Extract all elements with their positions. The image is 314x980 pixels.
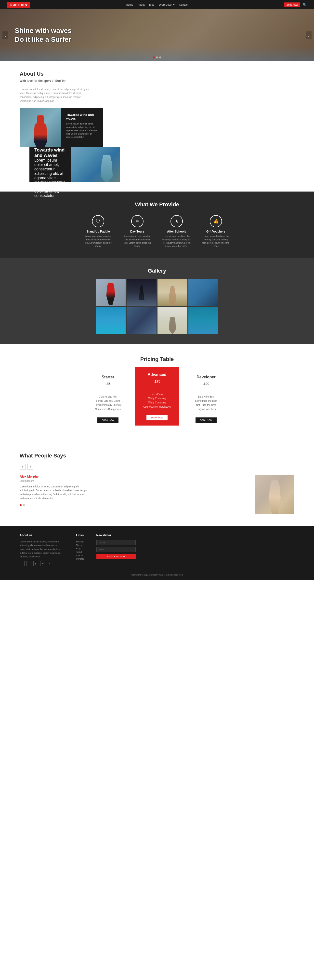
provide-item-2: ★ After Schools Lorem ipsum has been the… [162, 215, 191, 248]
thumbs-up-icon: 👍 [213, 218, 219, 224]
provide-icon-1: ✏ [131, 215, 144, 228]
footer-social-links: f t g in yt [20, 561, 64, 566]
provide-desc-0: Lorem ipsum has been the industry standa… [83, 235, 113, 248]
gallery-cell-2[interactable] [127, 279, 157, 306]
feature-s-3: Sometimes Disappears [91, 407, 125, 411]
hero-next-arrow[interactable]: › [306, 32, 312, 39]
navbar: SURF INN Home About Blog Drop Down ▾ Con… [0, 0, 314, 10]
provide-desc-3: Lorem ipsum has been the industry standa… [201, 235, 231, 248]
gallery-cell-8[interactable] [189, 307, 218, 334]
provide-name-0: Stand Up Paddle [83, 230, 113, 233]
search-icon[interactable]: 🔍 [303, 3, 307, 6]
testimonial-prev-button[interactable]: ‹ [20, 464, 25, 470]
pricing-section: Pricing Table Starter .35 Colorful and F… [0, 344, 314, 440]
about-card-desc-1: Lorem ipsum dolor sit amet, consectetur … [66, 122, 98, 139]
provide-desc-2: Lorem ipsum has been the industry standa… [162, 235, 191, 248]
testimonial-next-button[interactable]: › [27, 464, 33, 470]
testimonial-dot-2[interactable] [23, 504, 25, 506]
footer-link-themes[interactable]: Themes [76, 543, 84, 547]
provide-section: What We Provide 🛡 Stand Up Paddle Lorem … [0, 191, 314, 258]
plan-price-developer: .190 [189, 382, 223, 391]
feature-a-2: Mildly Confusing [140, 401, 174, 405]
feature-a-0: Feels Great [140, 392, 174, 396]
shop-now-button[interactable]: Shop Now [284, 2, 300, 7]
about-top-cards: Towards wind and waves Lorem ipsum dolor… [20, 108, 120, 147]
footer-link-events[interactable]: Events [76, 554, 84, 557]
testimonial-quote: Lorem ipsum dolor sit amet, consectetur … [20, 485, 88, 500]
wave-decoration [0, 46, 314, 61]
footer-about-text: Lorem ipsum dolor sit amet, consectetur … [20, 540, 64, 558]
gallery-title: Gallery [20, 268, 294, 274]
plan-features-developer: Barely the Best Sometimes the Best Not Q… [189, 395, 223, 411]
pricing-cards-container: Starter .35 Colorful and Fun Barely Lets… [20, 370, 294, 428]
nav-dropdown[interactable]: Drop Down ▾ [159, 3, 174, 6]
plan-price-advanced: .175 [140, 379, 174, 388]
footer-links-list: Hosting Themes Blog About Events Contact [76, 540, 84, 561]
footer-name-input[interactable] [97, 540, 136, 546]
footer-link-blog[interactable]: Blog [76, 547, 84, 550]
feature-d-3: Truly a Good Item [189, 407, 223, 411]
hero-dot-3[interactable] [159, 56, 161, 59]
hero-dot-2[interactable] [156, 56, 158, 59]
social-linkedin[interactable]: in [40, 561, 45, 566]
footer-link-hosting[interactable]: Hosting [76, 540, 84, 543]
footer-links-title: Links [76, 534, 84, 537]
gallery-cell-1[interactable] [96, 279, 125, 306]
pricing-card-advanced: Advanced .175 Feels Great Mildly Confusi… [135, 368, 179, 426]
testimonial-content: Alex Merphy Lorem Ipsum Lorem ipsum dolo… [20, 475, 294, 514]
provide-item-0: 🛡 Stand Up Paddle Lorem ipsum has been t… [83, 215, 113, 248]
footer-email-input[interactable] [97, 547, 136, 552]
provide-icon-3: 👍 [210, 215, 222, 228]
hero-content: Shine with waves Do it like a Surfer [0, 26, 86, 44]
nav-home[interactable]: Home [126, 3, 133, 6]
nav-contact[interactable]: Contact [179, 3, 189, 6]
hero-section: ‹ Shine with waves Do it like a Surfer › [0, 10, 314, 61]
social-facebook[interactable]: f [20, 561, 25, 566]
footer-link-about[interactable]: About [76, 550, 84, 554]
footer-bottom: Copyright © 2011 Company name All rights… [20, 571, 294, 576]
provide-icon-0: 🛡 [92, 215, 104, 228]
social-twitter[interactable]: t [27, 561, 32, 566]
social-google[interactable]: g [33, 561, 38, 566]
gallery-cell-6[interactable] [127, 307, 157, 334]
about-card-title-1: Towards wind and waves [66, 113, 98, 120]
person-silhouette-1 [31, 115, 50, 147]
about-cards-row: Towards wind and waves Lorem ipsum dolor… [20, 108, 294, 182]
book-now-starter[interactable]: BOOK NOW [97, 417, 119, 423]
feature-s-2: Environmentally Friendly [91, 403, 125, 407]
feature-d-1: Sometimes the Best [189, 399, 223, 403]
footer-newsletter-col: Newsletter SUBSCRIBE NOW [97, 534, 136, 566]
gallery-cell-4[interactable] [189, 279, 218, 306]
hero-prev-arrow[interactable]: ‹ [2, 32, 8, 39]
footer-newsletter-title: Newsletter [97, 534, 136, 537]
social-youtube[interactable]: yt [47, 561, 52, 566]
provide-name-2: After Schools [162, 230, 191, 233]
nav-about[interactable]: About [138, 3, 145, 6]
provide-name-1: Day Tours [123, 230, 152, 233]
gallery-cell-7[interactable] [157, 307, 187, 334]
gallery-cell-5[interactable] [96, 307, 125, 334]
gallery-grid [96, 279, 218, 334]
about-left-col: Towards wind and waves Lorem ipsum dolor… [20, 108, 120, 182]
footer-link-contact[interactable]: Contact [76, 557, 84, 561]
testimonial-dots [20, 504, 248, 506]
footer-about-title: About us [20, 534, 64, 537]
hero-dot-1[interactable] [153, 56, 155, 59]
about-subtitle: With love for the sport of Surf Inn [20, 79, 294, 83]
gallery-cell-3[interactable] [157, 279, 187, 306]
subscribe-button[interactable]: SUBSCRIBE NOW [97, 554, 136, 559]
book-now-developer[interactable]: BOOK NOW [195, 417, 217, 423]
about-card-title-2: Towards wind and waves [34, 147, 66, 158]
pricing-title: Pricing Table [20, 356, 294, 363]
feature-a-1: Mildly Confusing [140, 396, 174, 401]
site-logo[interactable]: SURF INN [7, 2, 30, 8]
book-now-advanced[interactable]: BOOK NOW [146, 415, 168, 420]
feature-d-2: Not Quite the Best [189, 403, 223, 407]
testimonial-dot-1[interactable] [20, 504, 22, 506]
plan-name-advanced: Advanced [140, 372, 174, 377]
star-icon: ★ [174, 218, 179, 224]
copyright-text: Copyright © 2011 Company name All rights… [131, 574, 183, 576]
nav-blog[interactable]: Blog [149, 3, 155, 6]
testimonial-image [255, 475, 294, 514]
provide-name-3: Gift Vouchers [201, 230, 231, 233]
